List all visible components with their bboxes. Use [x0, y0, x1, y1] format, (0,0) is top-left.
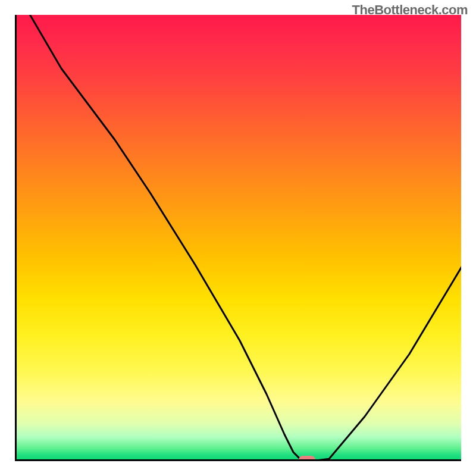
curve-path	[30, 15, 462, 461]
chart-plot-area	[15, 15, 461, 461]
bottleneck-curve	[17, 15, 461, 461]
optimal-marker	[299, 456, 315, 461]
